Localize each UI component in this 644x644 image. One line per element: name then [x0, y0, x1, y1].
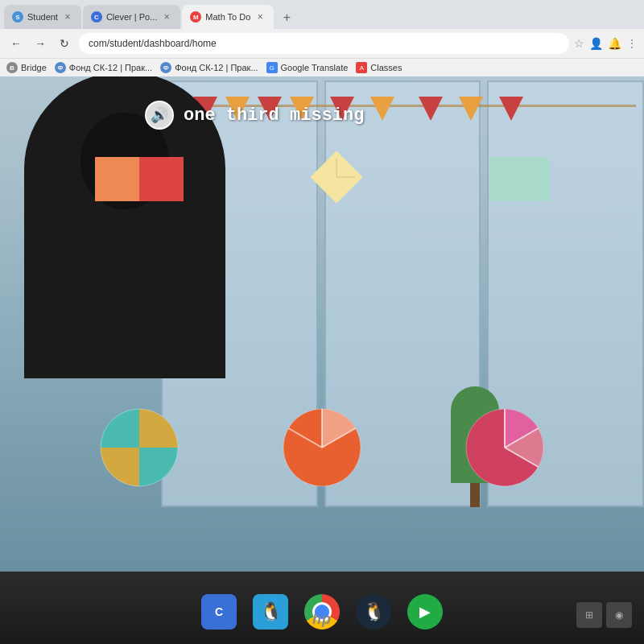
new-tab-button[interactable]: +	[275, 6, 298, 29]
bookmark-bridge[interactable]: B Bridge	[6, 62, 47, 73]
math-content: 🔊 one third missing	[0, 76, 644, 507]
taskbar-tux[interactable]: 🐧	[356, 594, 391, 630]
bookmark-classes-favicon: A	[356, 62, 367, 73]
circle-teal-svg	[99, 407, 180, 488]
rect-shape-inner	[95, 157, 184, 201]
forward-button[interactable]: →	[31, 34, 50, 53]
bookmark-fond2-label: Фонд СК-12 | Прак...	[175, 63, 258, 72]
taskbar-clever[interactable]: C	[201, 594, 237, 630]
tab-student-close[interactable]: ×	[62, 11, 73, 23]
bookmark-gtranslate[interactable]: G Google Translate	[266, 62, 349, 73]
notification-icon: 🔔	[608, 37, 621, 50]
shape-rectangle[interactable]	[95, 157, 184, 201]
bookmark-classes[interactable]: A Classes	[356, 62, 402, 73]
tab-bar: S Student × C Clever | Po... × M Math To…	[0, 0, 644, 29]
taskbar-grid-icon[interactable]: ⊞	[576, 602, 602, 628]
tab-math-label: Math To Do	[205, 12, 250, 22]
hp-brand-text: hp	[312, 611, 332, 627]
clever-label: C	[215, 605, 223, 618]
tab-clever[interactable]: C Clever | Po... ×	[83, 5, 180, 29]
address-bar[interactable]	[79, 33, 569, 54]
laptop-frame: S Student × C Clever | Po... × M Math To…	[0, 0, 644, 644]
teal-rect-inner	[489, 157, 550, 201]
circle-teal-x[interactable]	[99, 407, 180, 491]
tux-label: 🐧	[363, 601, 385, 622]
tab-math-close[interactable]: ×	[254, 11, 266, 23]
hp-logo: hp	[312, 611, 332, 628]
browser-chrome: S Student × C Clever | Po... × M Math To…	[0, 0, 644, 76]
shape-diamond[interactable]	[308, 149, 365, 208]
circle-orange-pie[interactable]	[282, 407, 362, 491]
prompt-area: 🔊 one third missing	[145, 101, 364, 130]
circle-pink-svg	[464, 407, 545, 488]
tab-clever-label: Clever | Po...	[106, 12, 157, 22]
bookmark-fond2-favicon: Ф	[160, 62, 171, 73]
tab-student-label: Student	[27, 12, 58, 22]
tab-student[interactable]: S Student ×	[4, 5, 81, 29]
bookmark-gtranslate-label: Google Translate	[281, 63, 349, 72]
taskbar-play[interactable]: ▶	[407, 594, 443, 630]
bookmark-fond1-favicon: Ф	[55, 62, 66, 73]
tab-math-favicon: M	[190, 11, 201, 23]
bookmark-bridge-label: Bridge	[21, 63, 47, 72]
speaker-icon-symbol: 🔊	[151, 106, 168, 124]
address-bar-row: ← → ↻ ☆ 👤 🔔 ⋮	[0, 29, 644, 58]
profile-icon: 👤	[589, 37, 603, 50]
bookmark-fond2[interactable]: Ф Фонд СК-12 | Прак...	[160, 62, 258, 73]
circle-pink-pie[interactable]	[464, 407, 545, 491]
menu-button[interactable]: ⋮	[626, 37, 638, 50]
prompt-text: one third missing	[184, 105, 364, 126]
play-label: ▶	[419, 603, 431, 621]
reload-button[interactable]: ↻	[55, 34, 74, 53]
svg-rect-7	[99, 448, 139, 488]
penguin-label: 🐧	[260, 601, 282, 622]
tab-student-favicon: S	[12, 11, 23, 23]
back-button[interactable]: ←	[6, 34, 26, 53]
taskbar-settings-icon[interactable]: ◉	[606, 602, 632, 628]
shapes-top-row	[0, 149, 644, 208]
taskbar-right: ⊞ ◉	[576, 602, 632, 628]
bookmark-classes-label: Classes	[370, 63, 402, 72]
bookmark-fond1-label: Фонд СК-12 | Прак...	[69, 63, 152, 72]
rect-left	[95, 157, 139, 201]
speaker-button[interactable]: 🔊	[145, 101, 174, 130]
diamond-svg	[308, 149, 365, 205]
bookmark-bridge-favicon: B	[6, 62, 18, 73]
bookmark-fond1[interactable]: Ф Фонд СК-12 | Прак...	[55, 62, 152, 73]
svg-rect-6	[139, 407, 180, 448]
bookmark-gtranslate-favicon: G	[266, 62, 278, 73]
tab-clever-close[interactable]: ×	[161, 11, 172, 23]
shapes-bottom-row	[0, 407, 644, 491]
tab-clever-favicon: C	[91, 11, 102, 23]
bookmarks-bar: B Bridge Ф Фонд СК-12 | Прак... Ф Фонд С…	[0, 58, 644, 76]
screen: S Student × C Clever | Po... × M Math To…	[0, 0, 644, 572]
svg-rect-5	[99, 407, 139, 448]
taskbar-penguin[interactable]: 🐧	[253, 594, 288, 630]
bookmark-star[interactable]: ☆	[574, 37, 584, 50]
tab-math[interactable]: M Math To Do ×	[182, 5, 274, 29]
shape-teal-rect[interactable]	[489, 157, 550, 201]
circle-orange-svg	[282, 407, 362, 488]
svg-rect-8	[139, 448, 180, 488]
rect-right	[139, 157, 184, 201]
